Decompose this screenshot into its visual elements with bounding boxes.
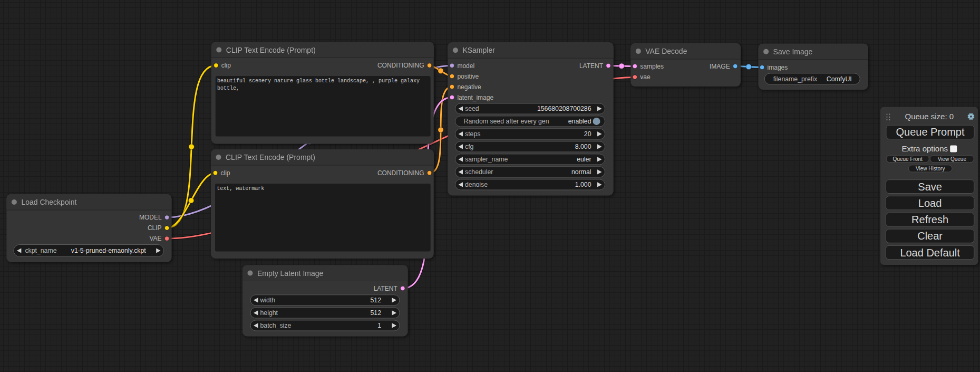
svg-text:clip: clip (221, 62, 231, 69)
svg-text:seed: seed (465, 105, 479, 112)
svg-text:Clear: Clear (917, 230, 943, 242)
svg-text:CONDITIONING: CONDITIONING (377, 62, 424, 69)
svg-text:Load: Load (918, 197, 942, 209)
svg-text:1: 1 (377, 322, 381, 329)
svg-text:512: 512 (370, 309, 381, 317)
svg-text:Random seed after every gen: Random seed after every gen (464, 118, 549, 125)
svg-text:20: 20 (584, 130, 591, 138)
svg-text:Queue size: 0: Queue size: 0 (905, 112, 954, 121)
svg-text:Extra options: Extra options (901, 144, 948, 153)
svg-text:VAE: VAE (149, 235, 161, 242)
svg-text:Refresh: Refresh (911, 214, 948, 225)
svg-text:LATENT: LATENT (374, 285, 398, 292)
svg-text:Save: Save (918, 181, 942, 193)
svg-text:width: width (260, 297, 276, 304)
svg-text:ckpt_name: ckpt_name (25, 247, 56, 254)
svg-text:1.000: 1.000 (575, 181, 591, 188)
svg-text:steps: steps (465, 130, 480, 138)
svg-text:MODEL: MODEL (139, 214, 162, 221)
svg-text:Load Checkpoint: Load Checkpoint (21, 198, 76, 206)
svg-text:images: images (768, 64, 788, 71)
svg-text:latent_image: latent_image (457, 94, 493, 101)
svg-text:View Queue: View Queue (938, 156, 967, 162)
svg-text:CLIP Text Encode (Prompt): CLIP Text Encode (Prompt) (226, 46, 316, 54)
svg-text:vae: vae (640, 73, 651, 81)
svg-text:CLIP: CLIP (148, 224, 162, 232)
svg-text:Queue Prompt: Queue Prompt (896, 126, 965, 138)
svg-text:CLIP Text Encode (Prompt): CLIP Text Encode (Prompt) (226, 153, 315, 161)
svg-text:ComfyUI: ComfyUI (827, 75, 852, 83)
svg-text:VAE Decode: VAE Decode (645, 47, 687, 55)
svg-text:model: model (457, 62, 474, 70)
svg-text:View History: View History (916, 166, 945, 171)
svg-text:512: 512 (370, 297, 381, 304)
svg-text:height: height (260, 309, 278, 317)
svg-text:beautiful scenery nature glass: beautiful scenery nature glass bottle la… (217, 78, 420, 84)
svg-text:cfg: cfg (465, 143, 474, 150)
svg-text:euler: euler (577, 156, 591, 163)
svg-text:CONDITIONING: CONDITIONING (377, 169, 424, 177)
svg-text:Queue Front: Queue Front (893, 156, 923, 162)
svg-text:negative: negative (457, 83, 481, 91)
svg-text:LATENT: LATENT (579, 62, 604, 70)
svg-text:samples: samples (640, 63, 664, 70)
svg-text:denoise: denoise (465, 181, 488, 188)
svg-text:156680208700286: 156680208700286 (537, 105, 591, 112)
svg-text:normal: normal (571, 168, 591, 176)
svg-text:IMAGE: IMAGE (710, 63, 730, 70)
svg-text:positive: positive (457, 73, 479, 80)
svg-text:8.000: 8.000 (575, 143, 591, 150)
svg-text:v1-5-pruned-emaonly.ckpt: v1-5-pruned-emaonly.ckpt (71, 247, 147, 254)
svg-text:clip: clip (221, 169, 230, 177)
svg-text:Load Default: Load Default (900, 247, 960, 259)
svg-text:Empty Latent Image: Empty Latent Image (257, 269, 324, 278)
svg-text:KSampler: KSampler (462, 46, 495, 54)
svg-text:batch_size: batch_size (260, 322, 292, 329)
svg-text:text, watermark: text, watermark (217, 186, 264, 192)
svg-text:sampler_name: sampler_name (465, 156, 508, 163)
svg-text:Save Image: Save Image (773, 47, 813, 56)
svg-text:scheduler: scheduler (465, 168, 493, 176)
svg-text:bottle,: bottle, (217, 85, 239, 91)
svg-text:enabled: enabled (568, 118, 591, 125)
svg-text:filename_prefix: filename_prefix (773, 75, 818, 83)
